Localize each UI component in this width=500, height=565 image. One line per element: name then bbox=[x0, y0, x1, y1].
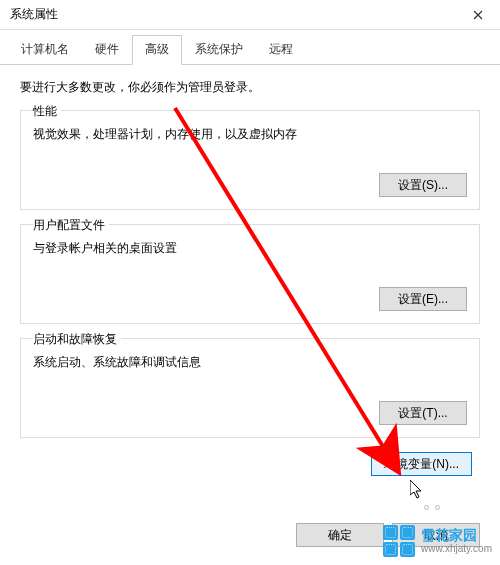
tab-label: 计算机名 bbox=[21, 42, 69, 56]
section-desc: 系统启动、系统故障和调试信息 bbox=[33, 354, 467, 371]
tab-label: 高级 bbox=[145, 42, 169, 56]
section-title: 性能 bbox=[33, 103, 61, 120]
tab-strip: 计算机名 硬件 高级 系统保护 远程 bbox=[0, 30, 500, 65]
tab-content: 要进行大多数更改，你必须作为管理员登录。 性能 视觉效果，处理器计划，内存使用，… bbox=[0, 65, 500, 486]
section-performance: 性能 视觉效果，处理器计划，内存使用，以及虚拟内存 设置(S)... bbox=[20, 110, 480, 210]
dialog-button-row: 确定 取消 bbox=[0, 513, 500, 547]
section-desc: 与登录帐户相关的桌面设置 bbox=[33, 240, 467, 257]
section-title: 用户配置文件 bbox=[33, 217, 109, 234]
performance-settings-button[interactable]: 设置(S)... bbox=[379, 173, 467, 197]
startup-recovery-settings-button[interactable]: 设置(T)... bbox=[379, 401, 467, 425]
section-user-profiles: 用户配置文件 与登录帐户相关的桌面设置 设置(E)... bbox=[20, 224, 480, 324]
tab-system-protection[interactable]: 系统保护 bbox=[182, 35, 256, 65]
section-title: 启动和故障恢复 bbox=[33, 331, 121, 348]
section-startup-recovery: 启动和故障恢复 系统启动、系统故障和调试信息 设置(T)... bbox=[20, 338, 480, 438]
tab-label: 系统保护 bbox=[195, 42, 243, 56]
ok-button[interactable]: 确定 bbox=[296, 523, 384, 547]
section-desc: 视觉效果，处理器计划，内存使用，以及虚拟内存 bbox=[33, 126, 467, 143]
environment-variables-button[interactable]: 环境变量(N)... bbox=[371, 452, 472, 476]
user-profiles-settings-button[interactable]: 设置(E)... bbox=[379, 287, 467, 311]
tab-computer-name[interactable]: 计算机名 bbox=[8, 35, 82, 65]
tab-label: 远程 bbox=[269, 42, 293, 56]
close-icon bbox=[473, 10, 483, 20]
titlebar: 系统属性 bbox=[0, 0, 500, 30]
tab-label: 硬件 bbox=[95, 42, 119, 56]
cancel-button[interactable]: 取消 bbox=[392, 523, 480, 547]
window-title: 系统属性 bbox=[10, 6, 58, 23]
close-button[interactable] bbox=[455, 0, 500, 30]
pagination-dots bbox=[424, 505, 440, 510]
tab-hardware[interactable]: 硬件 bbox=[82, 35, 132, 65]
admin-notice: 要进行大多数更改，你必须作为管理员登录。 bbox=[20, 79, 480, 96]
tab-remote[interactable]: 远程 bbox=[256, 35, 306, 65]
tab-advanced[interactable]: 高级 bbox=[132, 35, 182, 65]
